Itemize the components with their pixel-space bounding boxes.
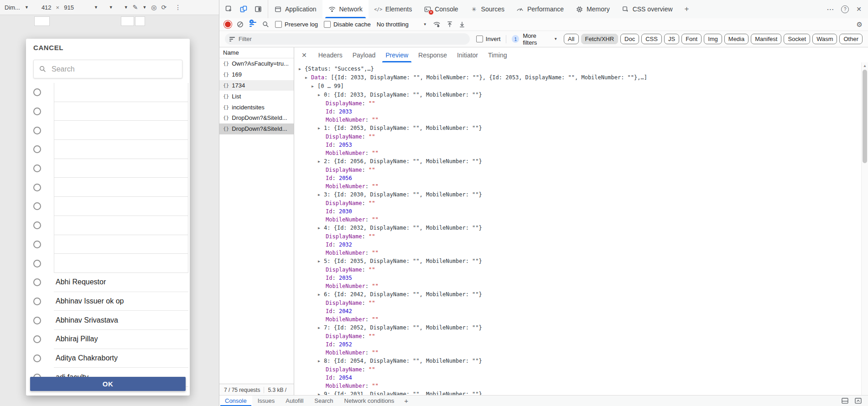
- drawer-tab-search[interactable]: Search: [309, 396, 338, 406]
- detail-tab-preview[interactable]: Preview: [380, 47, 413, 62]
- tree-line[interactable]: Id: 2042: [294, 307, 862, 315]
- stylus-caret-icon[interactable]: ▼: [142, 5, 146, 10]
- filter-icon[interactable]: ✕: [249, 21, 256, 27]
- radio-button[interactable]: [33, 88, 41, 96]
- disable-cache-checkbox[interactable]: Disable cache: [324, 21, 371, 28]
- ok-button[interactable]: OK: [30, 377, 186, 391]
- list-item[interactable]: Abhinav Issuer ok op: [26, 292, 190, 311]
- list-item[interactable]: [26, 83, 190, 102]
- tree-line[interactable]: ▶3: {Id: 2030, DisplayName: "", MobileNu…: [294, 190, 862, 199]
- disclosure-triangle-icon[interactable]: ▶: [318, 257, 324, 266]
- tree-line[interactable]: DisplayName: "": [294, 232, 862, 241]
- request-list-header[interactable]: Name: [219, 47, 294, 58]
- filter-chip-js[interactable]: JS: [664, 34, 679, 44]
- detail-tab-initiator[interactable]: Initiator: [452, 47, 483, 62]
- list-item[interactable]: Abhinav Srivastava: [26, 311, 190, 330]
- filter-chip-doc[interactable]: Doc: [620, 34, 639, 44]
- clear-icon[interactable]: [237, 21, 244, 28]
- disclosure-triangle-icon[interactable]: ▶: [318, 224, 324, 232]
- disclosure-triangle-icon[interactable]: ▶: [305, 74, 311, 82]
- detail-tab-payload[interactable]: Payload: [348, 47, 381, 62]
- request-row[interactable]: {}DropDown?&SiteId...: [219, 123, 294, 134]
- detail-tab-response[interactable]: Response: [413, 47, 452, 62]
- list-item[interactable]: [26, 197, 190, 216]
- throttle-select-caret-icon[interactable]: ▼: [109, 5, 113, 10]
- radio-button[interactable]: [33, 260, 41, 267]
- dock-panel-icon[interactable]: [842, 398, 848, 404]
- radio-button[interactable]: [33, 164, 41, 172]
- list-item[interactable]: [26, 178, 190, 197]
- disclosure-triangle-icon[interactable]: ▶: [318, 124, 324, 133]
- cancel-button[interactable]: CANCEL: [33, 44, 63, 51]
- filter-chip-font[interactable]: Font: [681, 34, 702, 44]
- preserve-log-checkbox[interactable]: Preserve log: [275, 21, 318, 28]
- tab-performance[interactable]: Performance: [510, 0, 570, 18]
- network-settings-gear-icon[interactable]: ⚙: [857, 21, 863, 29]
- list-item[interactable]: [26, 121, 190, 140]
- tree-line[interactable]: Id: 2054: [294, 374, 862, 382]
- filter-chip-socket[interactable]: Socket: [784, 34, 810, 44]
- drawer-tab-console[interactable]: Console: [219, 396, 252, 406]
- tree-line[interactable]: MobileNumber: "": [294, 249, 862, 257]
- tab-memory[interactable]: Memory: [570, 0, 616, 18]
- request-row[interactable]: {}DropDown?&SiteId...: [219, 113, 294, 123]
- tree-line[interactable]: Id: 2030: [294, 207, 862, 216]
- scroll-up-icon[interactable]: ▲: [862, 64, 868, 68]
- tree-line[interactable]: ▶0: {Id: 2033, DisplayName: "", MobileNu…: [294, 91, 862, 99]
- list-item[interactable]: [26, 140, 190, 159]
- filter-chip-wasm[interactable]: Wasm: [812, 34, 837, 44]
- import-har-icon[interactable]: [447, 21, 453, 28]
- radio-button[interactable]: [33, 221, 41, 229]
- filter-chip-css[interactable]: CSS: [641, 34, 662, 44]
- stylus-icon[interactable]: ✎: [133, 4, 138, 11]
- list-item[interactable]: Abhiraj Pillay: [26, 330, 190, 349]
- tab-network[interactable]: Network: [322, 0, 369, 18]
- tree-line[interactable]: Id: 2056: [294, 174, 862, 182]
- scrollbar-thumb[interactable]: [863, 70, 867, 163]
- request-row[interactable]: {}incidentsites: [219, 102, 294, 113]
- tree-line[interactable]: Id: 2035: [294, 274, 862, 282]
- tree-line[interactable]: Id: 2033: [294, 108, 862, 116]
- tab-application[interactable]: Application: [268, 0, 322, 18]
- disclosure-triangle-icon[interactable]: ▶: [318, 324, 324, 332]
- more-filters-button[interactable]: More filters: [523, 32, 550, 46]
- tree-line[interactable]: ▶5: {Id: 2035, DisplayName: "", MobileNu…: [294, 257, 862, 266]
- disclosure-triangle-icon[interactable]: ▶: [312, 82, 317, 91]
- detail-tab-headers[interactable]: Headers: [313, 47, 348, 62]
- list-item[interactable]: [26, 159, 190, 178]
- tree-line[interactable]: MobileNumber: "": [294, 349, 862, 357]
- list-item[interactable]: Aditya Chakraborty: [26, 349, 190, 368]
- tree-line[interactable]: DisplayName: "": [294, 99, 862, 108]
- device-type-caret-icon[interactable]: ▼: [124, 5, 128, 10]
- throttling-select[interactable]: No throttling ▼: [377, 21, 427, 28]
- filter-chip-all[interactable]: All: [564, 34, 578, 44]
- drawer-tab-network-conditions[interactable]: Network conditions: [339, 396, 400, 406]
- preview-scrollbar[interactable]: ▲: [861, 62, 868, 396]
- radio-button[interactable]: [33, 317, 41, 324]
- request-row[interactable]: {}List: [219, 91, 294, 102]
- tree-line[interactable]: DisplayName: "": [294, 133, 862, 141]
- tree-line[interactable]: MobileNumber: "": [294, 116, 862, 124]
- toggle-device-toolbar-icon[interactable]: [239, 5, 248, 13]
- search-icon[interactable]: [262, 21, 269, 28]
- disclosure-triangle-icon[interactable]: ▶: [299, 65, 305, 73]
- tree-line[interactable]: MobileNumber: "": [294, 282, 862, 290]
- checkbox-icon[interactable]: [324, 21, 331, 28]
- tree-line[interactable]: Id: 2052: [294, 340, 862, 349]
- expand-panel-icon[interactable]: [855, 398, 862, 404]
- tree-line[interactable]: DisplayName: "": [294, 199, 862, 207]
- tree-line[interactable]: DisplayName: "": [294, 332, 862, 340]
- radio-button[interactable]: [33, 355, 41, 362]
- more-options-icon[interactable]: ⋮: [175, 4, 181, 11]
- tab-console[interactable]: ✕Console: [418, 0, 464, 18]
- list-item[interactable]: [26, 235, 190, 254]
- tab-elements[interactable]: </>Elements: [369, 0, 418, 18]
- tab-css-overview[interactable]: CSS overview: [616, 0, 679, 18]
- tab-sources[interactable]: ✳Sources: [464, 0, 510, 18]
- request-row[interactable]: {}Own?AsFaculty=tru...: [219, 58, 294, 69]
- add-drawer-tab-button[interactable]: +: [400, 396, 413, 406]
- radio-button[interactable]: [33, 202, 41, 210]
- tree-line[interactable]: MobileNumber: "": [294, 216, 862, 224]
- chevron-down-icon[interactable]: ▼: [25, 5, 29, 10]
- record-icon[interactable]: [225, 21, 231, 27]
